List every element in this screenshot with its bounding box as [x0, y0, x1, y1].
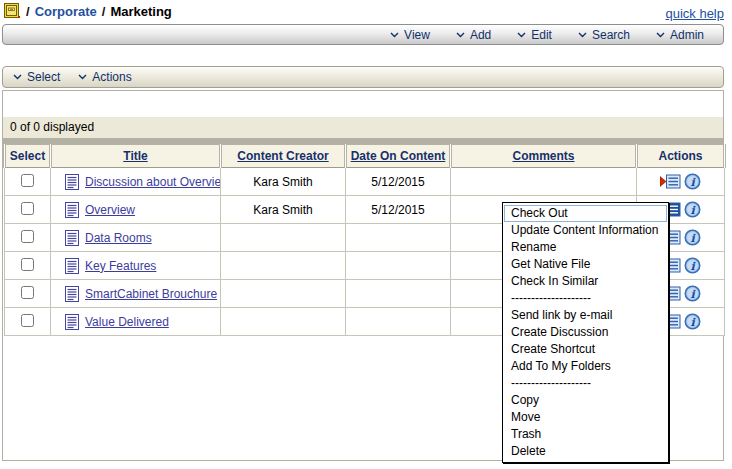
- row-checkbox[interactable]: [21, 286, 34, 299]
- select-cell: [5, 224, 51, 252]
- content-info-icon[interactable]: i: [684, 285, 701, 302]
- context-menu-item[interactable]: Get Native File: [504, 256, 667, 273]
- document-icon: [65, 314, 79, 330]
- chevron-down-icon: [578, 32, 587, 38]
- content-creator-cell: [221, 252, 346, 280]
- quick-help-link[interactable]: quick help: [665, 6, 724, 21]
- column-header-label: Date On Content: [351, 149, 446, 163]
- menubar-menu-label: Admin: [670, 28, 704, 42]
- column-header-label: Actions: [658, 149, 702, 163]
- chevron-down-icon: [390, 32, 399, 38]
- select-cell: [5, 196, 51, 224]
- title-cell: Data Rooms: [51, 224, 221, 252]
- column-header[interactable]: Comments: [451, 145, 637, 168]
- table-row: Discussion about Overview Kara Smith 5/1…: [5, 168, 725, 196]
- context-menu-item: --------------------: [504, 290, 667, 307]
- context-menu-item[interactable]: Trash: [504, 426, 667, 443]
- context-menu-item[interactable]: Check In Similar: [504, 273, 667, 290]
- column-header-label: Title: [123, 149, 147, 163]
- title-link[interactable]: Overview: [85, 203, 135, 217]
- item-count-bar: 0 of 0 displayed: [3, 117, 723, 138]
- title-cell: Value Delivered: [51, 308, 221, 336]
- menubar-menu[interactable]: Admin: [643, 28, 717, 42]
- breadcrumb-item-corporate[interactable]: Corporate: [35, 4, 97, 19]
- menubar-menu-label: Search: [592, 28, 630, 42]
- context-menu-item[interactable]: Move: [504, 409, 667, 426]
- content-info-icon[interactable]: i: [684, 229, 701, 246]
- title-link[interactable]: Value Delivered: [85, 315, 169, 329]
- selection-bar-menu-label: Select: [27, 70, 60, 84]
- title-link[interactable]: SmartCabinet Brouchure: [85, 287, 217, 301]
- item-actions-menu-icon[interactable]: [660, 174, 681, 189]
- content-creator-cell: Kara Smith: [221, 196, 346, 224]
- title-cell: SmartCabinet Brouchure: [51, 280, 221, 308]
- context-menu-item[interactable]: Rename: [504, 239, 667, 256]
- row-checkbox[interactable]: [21, 314, 34, 327]
- title-link[interactable]: Discussion about Overview: [85, 175, 221, 189]
- context-menu-item[interactable]: Update Content Information: [504, 222, 667, 239]
- content-info-icon[interactable]: i: [684, 201, 701, 218]
- breadcrumb-separator: /: [102, 4, 106, 19]
- selection-bar-menu[interactable]: Actions: [74, 70, 145, 84]
- selection-bar-menu-label: Actions: [92, 70, 131, 84]
- column-header: Actions: [637, 145, 725, 168]
- selection-bar: Select Actions: [2, 66, 724, 88]
- top-menubar: View Add Edit Search Admin: [2, 24, 724, 45]
- title-cell: Discussion about Overview: [51, 168, 221, 196]
- context-menu-item[interactable]: Create Discussion: [504, 324, 667, 341]
- breadcrumb-separator: /: [26, 4, 30, 19]
- row-checkbox[interactable]: [21, 230, 34, 243]
- menubar-menu[interactable]: Search: [565, 28, 643, 42]
- menubar-menu-label: View: [404, 28, 430, 42]
- content-creator-cell: Kara Smith: [221, 168, 346, 196]
- menubar-menu[interactable]: Add: [443, 28, 504, 42]
- content-creator-cell: [221, 308, 346, 336]
- column-header-label: Select: [10, 149, 45, 163]
- column-header[interactable]: Date On Content: [346, 145, 451, 168]
- table-header-row: Select Title Content Creator Date On Con…: [5, 145, 725, 168]
- title-link[interactable]: Key Features: [85, 259, 156, 273]
- chevron-down-icon: [456, 32, 465, 38]
- date-on-content-cell: [346, 252, 451, 280]
- context-menu-item[interactable]: Copy: [504, 392, 667, 409]
- menubar-menu-label: Add: [470, 28, 491, 42]
- menubar-menu[interactable]: View: [377, 28, 443, 42]
- row-checkbox[interactable]: [21, 202, 34, 215]
- column-header[interactable]: Content Creator: [221, 145, 346, 168]
- content-creator-cell: [221, 224, 346, 252]
- column-header: Select: [5, 145, 51, 168]
- title-link[interactable]: Data Rooms: [85, 231, 152, 245]
- chevron-down-icon: [656, 32, 665, 38]
- select-cell: [5, 280, 51, 308]
- selection-bar-menu[interactable]: Select: [9, 70, 74, 84]
- context-menu-item[interactable]: Send link by e-mail: [504, 307, 667, 324]
- chevron-down-icon: [78, 74, 87, 80]
- comments-cell: [451, 168, 637, 196]
- row-checkbox[interactable]: [21, 258, 34, 271]
- breadcrumb: / Corporate / Marketing: [4, 3, 172, 20]
- date-on-content-cell: [346, 308, 451, 336]
- cabinet-icon: [4, 3, 21, 20]
- context-menu-item[interactable]: Create Shortcut: [504, 341, 667, 358]
- document-icon: [65, 230, 79, 246]
- date-on-content-cell: 5/12/2015: [346, 168, 451, 196]
- content-info-icon[interactable]: i: [684, 313, 701, 330]
- document-icon: [65, 258, 79, 274]
- title-cell: Key Features: [51, 252, 221, 280]
- content-info-icon[interactable]: i: [684, 257, 701, 274]
- document-icon: [65, 286, 79, 302]
- context-menu-item[interactable]: Delete: [504, 443, 667, 460]
- column-header[interactable]: Title: [51, 145, 221, 168]
- column-header-label: Comments: [512, 149, 574, 163]
- context-menu-item[interactable]: Add To My Folders: [504, 358, 667, 375]
- date-on-content-cell: 5/12/2015: [346, 196, 451, 224]
- menubar-menu[interactable]: Edit: [504, 28, 565, 42]
- content-info-icon[interactable]: i: [684, 173, 701, 190]
- column-header-label: Content Creator: [237, 149, 328, 163]
- context-menu-item[interactable]: Check Out: [504, 205, 667, 222]
- date-on-content-cell: [346, 224, 451, 252]
- content-creator-cell: [221, 280, 346, 308]
- item-actions-context-menu: Check OutUpdate Content InformationRenam…: [502, 202, 669, 463]
- row-checkbox[interactable]: [21, 174, 34, 187]
- breadcrumb-item-marketing: Marketing: [110, 4, 171, 19]
